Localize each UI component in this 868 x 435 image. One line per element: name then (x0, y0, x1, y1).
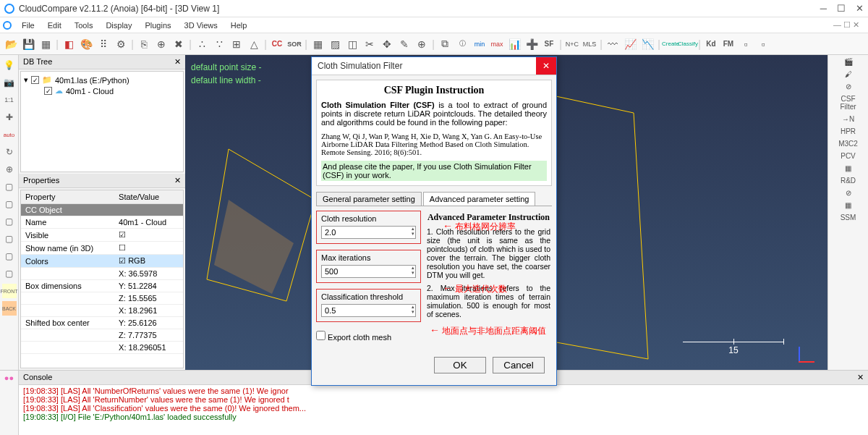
extra1-icon[interactable]: ▫ (738, 36, 754, 52)
pcv-icon[interactable]: PCV (834, 152, 863, 160)
menu-edit[interactable]: Edit (42, 20, 67, 31)
console-title: Console (23, 373, 52, 382)
rotate-icon[interactable]: ↻ (2, 145, 17, 159)
menu-file[interactable]: File (16, 20, 41, 31)
menu-3dviews[interactable]: 3D Views (179, 20, 224, 31)
mdi-controls[interactable]: — ☐ ✕ (827, 19, 865, 31)
disable-icon[interactable]: ⊘ (834, 189, 863, 197)
raster-icon[interactable]: ▦ (834, 164, 863, 172)
points-icon[interactable]: ⠿ (95, 36, 111, 52)
back-icon[interactable]: BACK (2, 301, 17, 316)
camera-icon[interactable]: 📷 (2, 75, 17, 90)
tree-child-row[interactable]: ☁ 40m1 - Cloud (24, 85, 180, 96)
box2-icon[interactable]: ▢ (2, 197, 17, 211)
csf-filter-button[interactable]: CSF Filter (834, 95, 863, 111)
tab-general[interactable]: General parameter setting (316, 192, 422, 206)
target-icon[interactable]: ⊕ (414, 36, 430, 52)
histo-icon[interactable]: 📊 (506, 36, 522, 52)
min-icon[interactable]: min (472, 36, 488, 52)
ssm-icon[interactable]: SSM (834, 214, 863, 221)
menu-tools[interactable]: Tools (69, 20, 99, 31)
auto-icon[interactable]: auto (2, 127, 17, 142)
view-icon[interactable]: ▦ (38, 36, 54, 52)
threshold-label: Classification threshold (321, 292, 416, 301)
close-button[interactable]: ✕ (856, 3, 864, 14)
compass-icon[interactable]: ⊘ (834, 83, 863, 90)
scalar-icon[interactable]: ◫ (344, 36, 360, 52)
kd-icon[interactable]: Kd (703, 36, 719, 52)
cross-icon[interactable]: ✚ (2, 110, 17, 124)
threshold-input[interactable] (321, 304, 416, 317)
brush-icon[interactable]: 🖌 (834, 70, 863, 78)
db-tree[interactable]: ▾ 📁 40m1.las (E:/Python) ☁ 40m1 - Cloud (20, 71, 184, 172)
scale-icon[interactable]: 1:1 (2, 93, 17, 107)
nc-icon[interactable]: N+C (564, 36, 580, 52)
clone-icon[interactable]: ⎘ (136, 36, 152, 52)
cube-icon[interactable]: ◧ (61, 36, 77, 52)
edl-icon[interactable]: ▦ (834, 201, 863, 209)
filter-icon[interactable]: ⊞ (229, 36, 244, 52)
box6-icon[interactable]: ▢ (2, 266, 17, 281)
crop-icon[interactable]: ✂ (362, 36, 378, 52)
create-icon[interactable]: Create (663, 36, 678, 52)
cc-icon[interactable]: CC (269, 36, 285, 52)
merge-icon[interactable]: ⊕ (153, 36, 169, 52)
max-icon[interactable]: max (489, 36, 505, 52)
classify-icon[interactable]: Classify (680, 36, 696, 52)
maximize-button[interactable]: ☐ (837, 3, 846, 14)
grid-icon[interactable]: ▦ (310, 36, 326, 52)
color-icon[interactable]: ▨ (327, 36, 343, 52)
record-icon[interactable]: ●● (4, 373, 14, 382)
light-icon[interactable]: 💡 (2, 58, 17, 72)
box3-icon[interactable]: ▢ (2, 214, 17, 229)
box1-icon[interactable]: ▢ (2, 180, 17, 194)
center-icon[interactable]: ⊕ (2, 162, 17, 177)
save-icon[interactable]: 💾 (20, 36, 36, 52)
fm-icon[interactable]: FM (720, 36, 736, 52)
noise-icon[interactable]: ∵ (211, 36, 227, 52)
sor-icon[interactable]: SOR (286, 36, 302, 52)
box5-icon[interactable]: ▢ (2, 249, 17, 263)
mesh-icon[interactable]: △ (246, 36, 262, 52)
max-iterations-input[interactable] (321, 265, 416, 278)
graph-icon[interactable]: 📈 (622, 36, 638, 52)
dialog-close-button[interactable]: ✕ (536, 57, 556, 75)
animation-icon[interactable]: 🎬 (834, 58, 863, 66)
cloth-resolution-group: Cloth resolution (316, 211, 421, 244)
curve-icon[interactable]: 〰 (605, 36, 621, 52)
normal-icon[interactable]: →N (834, 115, 863, 123)
minimize-button[interactable]: ─ (820, 3, 827, 14)
sample-icon[interactable]: ∴ (194, 36, 210, 52)
export-mesh-checkbox[interactable]: Export cloth mesh (316, 333, 391, 342)
cloth-resolution-input[interactable] (321, 226, 416, 239)
cancel-button[interactable]: Cancel (493, 357, 545, 373)
window-title: CloudCompare v2.11.2 (Anoia) [64-bit] - … (19, 4, 820, 14)
palette-icon[interactable]: 🎨 (78, 36, 94, 52)
front-icon[interactable]: FRONT (2, 284, 17, 298)
tree-root-row[interactable]: ▾ 📁 40m1.las (E:/Python) (24, 75, 180, 85)
open-icon[interactable]: 📂 (3, 36, 19, 52)
register-icon[interactable]: ⧉ (437, 36, 453, 52)
ok-button[interactable]: OK (434, 357, 486, 373)
menu-help[interactable]: Help (225, 20, 253, 31)
chart-icon[interactable]: 📉 (639, 36, 655, 52)
mls-icon[interactable]: MLS (582, 36, 597, 52)
sf-icon[interactable]: SF (541, 36, 557, 52)
rd-icon[interactable]: R&D (834, 177, 863, 185)
tool-icon[interactable]: ⚙ (113, 36, 129, 52)
box4-icon[interactable]: ▢ (2, 232, 17, 246)
move-icon[interactable]: ✥ (379, 36, 395, 52)
edit-icon[interactable]: ✎ (396, 36, 412, 52)
tab-advanced[interactable]: Advanced parameter setting (423, 192, 536, 206)
cite-highlight: And please cite the paper, If you use Cl… (321, 161, 547, 181)
extra2-icon[interactable]: ▫ (755, 36, 771, 52)
m3c2-icon[interactable]: M3C2 (834, 140, 863, 148)
tree-child-checkbox[interactable] (44, 87, 52, 95)
menu-display[interactable]: Display (100, 20, 137, 31)
plus-icon[interactable]: ➕ (524, 36, 540, 52)
level-icon[interactable]: ⓘ (454, 36, 470, 52)
menu-plugins[interactable]: Plugins (139, 20, 176, 31)
tree-root-checkbox[interactable] (31, 76, 39, 84)
hpr-icon[interactable]: HPR (834, 127, 863, 135)
delete-icon[interactable]: ✖ (171, 36, 187, 52)
